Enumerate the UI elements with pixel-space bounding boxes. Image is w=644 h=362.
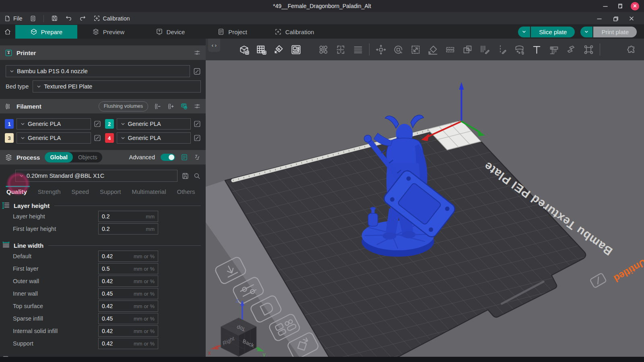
scope-global-button[interactable]: Global <box>45 152 73 162</box>
printer-settings-icon[interactable] <box>194 49 201 56</box>
scene-canvas[interactable]: Bambu Textured PEI Plate Untitled <box>206 60 644 362</box>
print-options-dropdown[interactable] <box>580 27 592 37</box>
add-plate-button[interactable] <box>255 43 267 56</box>
scale-tool-button[interactable] <box>409 43 421 56</box>
split-to-parts-button[interactable] <box>334 43 347 56</box>
flushing-volumes-button[interactable]: Flushing volumes <box>99 101 148 111</box>
search-preset-icon[interactable] <box>193 172 201 180</box>
print-plate-button[interactable]: Print plate <box>593 27 637 37</box>
printer-section-title: Printer <box>17 49 36 56</box>
filament-3-badge[interactable]: 3 <box>5 133 14 143</box>
tab-support[interactable]: Support <box>100 188 121 195</box>
ams-sync-icon[interactable] <box>180 103 188 110</box>
home-button[interactable] <box>0 25 15 39</box>
printer-preset-select[interactable]: Bambu Lab P1S 0.4 nozzle <box>6 65 190 77</box>
tab-strength[interactable]: Strength <box>38 188 61 195</box>
filament-1-badge[interactable]: 1 <box>5 119 14 129</box>
filament-slot-3: 3 Generic PLA <box>5 132 101 144</box>
line-width-outer-wall-input[interactable]: 0.42mm or % <box>98 276 158 287</box>
line-width-support-input[interactable]: 0.42mm or % <box>98 338 158 349</box>
undo-icon <box>65 15 72 22</box>
window-title: *49__Female_Dragonborn_Paladin_Alt <box>0 3 644 9</box>
filament-slot-4: 4 Generic PLA <box>105 132 201 144</box>
tab-preview[interactable]: Preview <box>77 25 139 39</box>
edit-filament-4-icon[interactable] <box>194 134 201 142</box>
add-filament-icon[interactable] <box>167 103 175 110</box>
edit-printer-icon[interactable] <box>193 68 201 75</box>
filament-2-badge[interactable]: 2 <box>105 119 114 129</box>
redo-button[interactable] <box>79 15 86 22</box>
app-close-button[interactable] <box>628 15 635 22</box>
move-tool-button[interactable] <box>375 43 387 56</box>
chevron-down-icon <box>584 29 589 34</box>
lay-on-face-button[interactable] <box>427 43 439 56</box>
calibration-menu[interactable]: Calibration <box>93 15 130 22</box>
plugin-button[interactable] <box>625 43 638 56</box>
viewport-3d[interactable]: ‹ › <box>206 39 644 362</box>
sidebar-collapse-button[interactable]: ‹ › <box>208 39 220 52</box>
save-preset-icon[interactable] <box>182 172 189 180</box>
maximize-button[interactable] <box>616 2 623 10</box>
tab-calibration[interactable]: Calibration <box>263 25 325 39</box>
process-section-header: Process Global Objects Advanced <box>0 150 206 165</box>
slice-plate-button[interactable]: Slice plate <box>531 27 575 37</box>
filament-4-badge[interactable]: 4 <box>105 133 114 143</box>
chevron-down-icon <box>37 84 41 89</box>
undo-button[interactable] <box>65 15 72 22</box>
rotate-tool-button[interactable] <box>392 43 404 56</box>
line-width-default-input[interactable]: 0.42mm or % <box>98 251 158 262</box>
save-button[interactable] <box>51 15 58 22</box>
app-maximize-button[interactable] <box>612 15 619 22</box>
app-minimize-button[interactable] <box>596 15 603 22</box>
support-painting-button[interactable] <box>479 43 491 56</box>
tab-prepare[interactable]: Prepare <box>15 25 77 39</box>
printer-section-header: Printer <box>0 45 206 60</box>
parameter-list-icon[interactable] <box>181 154 188 161</box>
filament-settings-icon[interactable] <box>194 103 201 110</box>
bed-type-select[interactable]: Textured PEI Plate <box>33 80 201 93</box>
line-width-first-layer-input[interactable]: 0.5mm or % <box>98 263 158 274</box>
compare-presets-icon[interactable] <box>194 154 201 161</box>
edit-filament-2-icon[interactable] <box>194 120 201 128</box>
add-object-button[interactable] <box>238 43 250 56</box>
remove-filament-icon[interactable] <box>154 103 161 110</box>
minimize-button[interactable] <box>602 2 609 10</box>
filament-1-select[interactable]: Generic PLA <box>17 118 91 130</box>
filament-2-select[interactable]: Generic PLA <box>117 118 191 130</box>
filament-4-select[interactable]: Generic PLA <box>117 132 191 144</box>
seam-painting-button[interactable] <box>496 43 508 56</box>
line-width-sparse-infill-input[interactable]: 0.45mm or % <box>98 313 158 324</box>
notes-menu[interactable] <box>30 15 36 22</box>
layer-height-input[interactable]: 0.2mm <box>98 211 158 222</box>
slice-options-dropdown[interactable] <box>518 27 530 37</box>
assembly-view-button[interactable] <box>582 43 594 56</box>
split-to-objects-button[interactable] <box>317 43 329 56</box>
measure-tool-button[interactable] <box>548 43 560 56</box>
cut-tool-button[interactable] <box>444 43 456 56</box>
mesh-boolean-button[interactable] <box>461 43 473 56</box>
auto-orient-button[interactable] <box>272 43 285 56</box>
file-menu[interactable]: File <box>4 15 23 22</box>
tab-others[interactable]: Others <box>177 188 195 195</box>
edit-filament-3-icon[interactable] <box>94 134 101 142</box>
tab-speed[interactable]: Speed <box>72 188 89 195</box>
tab-project[interactable]: Project <box>201 25 263 39</box>
auto-arrange-button[interactable] <box>290 43 302 56</box>
first-layer-height-input[interactable]: 0.2mm <box>98 223 158 234</box>
exploded-view-button[interactable] <box>565 43 577 56</box>
line-width-inner-wall-input[interactable]: 0.45mm or % <box>98 288 158 299</box>
filament-3-select[interactable]: Generic PLA <box>17 132 91 144</box>
color-painting-button[interactable] <box>513 43 525 56</box>
text-tool-button[interactable] <box>530 43 543 56</box>
close-button[interactable]: ✕ <box>631 2 639 10</box>
process-preset-select[interactable]: 0.20mm Standard @BBL X1C <box>15 170 178 182</box>
line-width-top-surface-input[interactable]: 0.42mm or % <box>98 300 158 312</box>
advanced-toggle[interactable] <box>161 154 175 161</box>
tab-quality[interactable]: Quality <box>6 188 27 195</box>
line-width-internal-solid-input[interactable]: 0.42mm or % <box>98 325 158 337</box>
tab-multimaterial[interactable]: Multimaterial <box>132 188 166 195</box>
variable-layer-height-button[interactable] <box>352 43 364 56</box>
edit-filament-1-icon[interactable] <box>94 120 101 128</box>
tab-device[interactable]: Device <box>139 25 201 39</box>
scope-objects-button[interactable]: Objects <box>73 152 102 162</box>
